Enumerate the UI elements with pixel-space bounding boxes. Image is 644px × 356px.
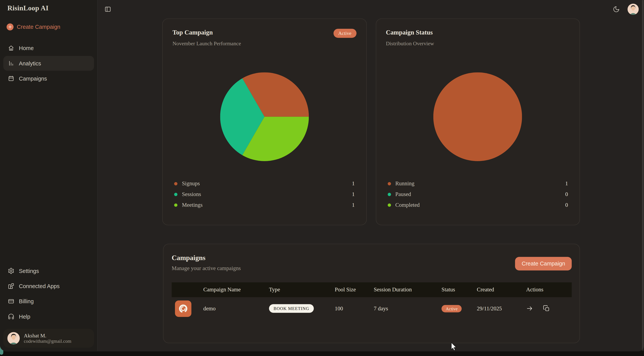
cell-type: BOOK MEETING xyxy=(266,304,332,313)
house-icon xyxy=(8,45,14,51)
campaigns-title: Campaigns xyxy=(172,254,241,262)
sidebar-item-analytics[interactable]: Analytics xyxy=(3,56,94,71)
sidebar-nav: Home Analytics Campaigns xyxy=(0,41,97,86)
campaign-status-card: Campaign Status Distribution Overview Ru… xyxy=(376,19,580,225)
app-container: RisinLoop AI Create Campaign Home xyxy=(0,0,644,351)
col-status: Status xyxy=(439,286,474,293)
legend-row: Sessions 1 xyxy=(174,192,355,197)
legend-label: Completed xyxy=(396,202,420,208)
card-title: Top Campaign xyxy=(172,29,241,36)
legend-label: Signups xyxy=(182,180,200,187)
chart-cards-row: Top Campaign November Launch Performance… xyxy=(162,19,580,225)
legend-row: Running 1 xyxy=(388,181,568,187)
status-badge: Active xyxy=(333,29,356,38)
open-campaign-button[interactable] xyxy=(526,305,533,312)
sidebar-item-label: Analytics xyxy=(19,60,41,66)
topbar-right xyxy=(613,4,639,15)
legend-label: Meetings xyxy=(182,202,202,208)
legend-row: Paused 0 xyxy=(388,192,568,197)
sidebar-item-billing[interactable]: Billing xyxy=(3,294,94,309)
headphones-icon xyxy=(8,313,14,320)
profile-avatar[interactable] xyxy=(628,4,639,15)
pie-chart-campaign-status xyxy=(386,72,570,161)
sidebar-item-label: Connected Apps xyxy=(19,283,60,289)
sidebar-item-campaigns[interactable]: Campaigns xyxy=(3,71,94,86)
copy-campaign-button[interactable] xyxy=(543,305,550,312)
sidebar-create-campaign[interactable]: Create Campaign xyxy=(6,24,91,30)
legend-row: Meetings 1 xyxy=(174,202,355,208)
user-avatar xyxy=(8,332,20,344)
campaigns-subtitle: Manage your active campaigns xyxy=(172,265,241,272)
credit-card-icon xyxy=(8,298,14,305)
col-campaign-name: Campaign Name xyxy=(200,286,266,293)
table-row: demo BOOK MEETING 100 7 days Active 29/1… xyxy=(172,299,572,318)
row-logo-cell xyxy=(172,300,200,317)
user-card[interactable]: Akshat M. codewitham@gmail.com xyxy=(3,329,94,348)
arrow-right-icon xyxy=(526,305,533,312)
cell-created: 29/11/2025 xyxy=(474,305,523,312)
sidebar-item-settings[interactable]: Settings xyxy=(3,263,94,278)
sidebar-item-home[interactable]: Home xyxy=(3,41,94,56)
scrollbar[interactable] xyxy=(642,0,644,351)
brand-title: RisinLoop AI xyxy=(0,0,97,12)
user-info: Akshat M. codewitham@gmail.com xyxy=(24,332,71,344)
cell-actions xyxy=(523,305,572,312)
sidebar-footer-nav: Settings Connected Apps Billing xyxy=(0,263,97,351)
sidebar-toggle-button[interactable] xyxy=(104,6,111,13)
legend-value: 1 xyxy=(352,202,354,208)
main-content: Top Campaign November Launch Performance… xyxy=(98,0,644,351)
legend-label: Sessions xyxy=(182,191,201,198)
gear-icon xyxy=(8,268,14,274)
cell-campaign-name: demo xyxy=(200,305,266,312)
app-window: RisinLoop AI Create Campaign Home xyxy=(0,0,644,356)
campaigns-panel: Campaigns Manage your active campaigns C… xyxy=(163,244,580,343)
legend-dot xyxy=(388,193,391,196)
card-header: Campaign Status Distribution Overview xyxy=(386,29,570,47)
pie-svg xyxy=(433,72,522,161)
cell-pool-size: 100 xyxy=(332,305,371,312)
sidebar-item-label: Billing xyxy=(19,298,34,304)
card-subtitle: November Launch Performance xyxy=(172,40,241,47)
top-campaign-card: Top Campaign November Launch Performance… xyxy=(162,19,366,225)
campaign-logo-icon xyxy=(175,300,192,317)
legend-label: Running xyxy=(396,180,414,187)
status-pill: Active xyxy=(442,305,462,312)
legend-dot xyxy=(174,182,178,185)
theme-toggle-button[interactable] xyxy=(613,6,620,13)
legend-label: Paused xyxy=(396,191,411,198)
moon-icon xyxy=(613,6,620,13)
sidebar-item-label: Campaigns xyxy=(19,75,47,82)
sidebar-item-label: Help xyxy=(19,313,30,319)
create-campaign-button[interactable]: Create Campaign xyxy=(515,257,572,270)
col-actions: Actions xyxy=(523,286,572,293)
card-title: Campaign Status xyxy=(386,29,434,36)
cell-status: Active xyxy=(439,305,474,312)
sidebar-item-connected-apps[interactable]: Connected Apps xyxy=(3,279,94,293)
legend-value: 0 xyxy=(565,202,568,208)
user-name: Akshat M. xyxy=(24,332,71,339)
pie-svg xyxy=(220,72,309,161)
create-campaign-label: Create Campaign xyxy=(17,24,60,30)
user-email: codewitham@gmail.com xyxy=(24,339,71,344)
table-header: Campaign Name Type Pool Size Session Dur… xyxy=(172,282,572,297)
col-pool-size: Pool Size xyxy=(332,286,371,293)
calendar-icon xyxy=(8,75,14,82)
legend: Running 1 Paused 0 Completed 0 xyxy=(386,181,570,208)
plus-circle-icon xyxy=(6,24,14,30)
sidebar: RisinLoop AI Create Campaign Home xyxy=(0,0,98,351)
topbar xyxy=(98,0,644,18)
legend-dot xyxy=(388,182,391,185)
campaigns-table: Campaign Name Type Pool Size Session Dur… xyxy=(172,282,572,318)
legend-value: 1 xyxy=(352,180,354,187)
legend-row: Signups 1 xyxy=(174,181,355,187)
card-heading: Top Campaign November Launch Performance xyxy=(172,29,241,47)
col-created: Created xyxy=(474,286,523,293)
sidebar-item-help[interactable]: Help xyxy=(3,309,94,324)
card-subtitle: Distribution Overview xyxy=(386,40,434,47)
type-pill: BOOK MEETING xyxy=(269,304,314,313)
legend-dot xyxy=(174,203,178,207)
legend-value: 1 xyxy=(352,191,354,198)
legend: Signups 1 Sessions 1 Meetings 1 xyxy=(172,181,356,208)
chart-column-icon xyxy=(8,60,14,67)
sidebar-item-label: Home xyxy=(19,45,34,51)
